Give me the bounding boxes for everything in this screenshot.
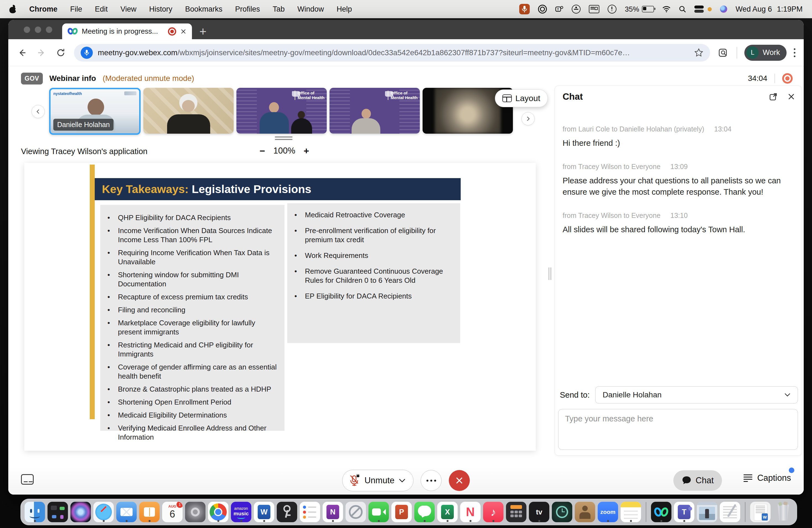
participant-tile[interactable] [143,88,234,134]
leave-meeting-button[interactable] [449,470,470,491]
layout-grid-icon [503,94,512,102]
unmute-options-chevron[interactable] [399,479,405,483]
dock-news-icon[interactable]: N [460,502,481,522]
popout-chat-icon[interactable] [769,92,778,101]
slide-title-prefix: Key Takeaways: [102,183,189,196]
dock-textedit-icon[interactable] [720,502,740,522]
panel-resize-handle[interactable] [549,267,551,280]
control-center-icon[interactable] [694,5,704,13]
dock-zoom-icon[interactable]: zoom [598,502,618,522]
zoom-out-button[interactable]: − [260,146,265,156]
accessibility-icon[interactable] [572,5,581,14]
layout-button[interactable]: Layout [495,89,548,107]
menu-help[interactable]: Help [337,5,352,14]
dock-books-icon[interactable] [139,502,160,522]
dock-minimized-window-icon[interactable] [697,502,717,522]
bullet-item: Marketplace Coverage eligibility for law… [100,318,278,337]
dock-time-machine-icon[interactable] [552,502,572,522]
chat-message-input[interactable] [558,409,798,450]
minimize-window-button[interactable] [35,27,41,33]
dock-calculator-icon[interactable] [506,502,526,522]
dock-reminders-icon[interactable] [300,502,320,522]
zoom-window-button[interactable] [46,27,52,33]
dock-finder-icon[interactable] [25,502,45,522]
dock-excel-icon[interactable]: X [437,502,458,522]
unmute-button[interactable]: Unmute [342,470,414,491]
dock-amazon-music-icon[interactable]: amazon music [231,502,251,522]
dock-mission-control-icon[interactable] [47,502,68,522]
dock-webex-icon[interactable] [651,502,671,522]
captions-button[interactable]: Captions [743,473,791,483]
dock-notes-icon[interactable] [621,502,641,522]
dock-system-settings-icon[interactable] [185,502,205,522]
battery-indicator[interactable]: 35% [625,5,654,14]
dock-chrome-icon[interactable] [208,502,228,522]
teams-status-icon[interactable]: T [555,5,563,13]
new-tab-button[interactable]: + [199,25,207,38]
dock-minimized-document-icon[interactable]: W [750,502,771,522]
zoom-in-button[interactable]: + [304,146,309,156]
filmstrip-resize-handle[interactable] [275,136,292,142]
chat-toggle-button[interactable]: Chat [673,470,722,491]
back-button[interactable] [16,47,28,59]
keyboard-shortcuts-icon[interactable] [589,5,599,13]
url-text[interactable]: meetny-gov.webex.com/wbxmjs/joinservice/… [98,48,689,57]
meeting-info-row: GOV Webinar info (Moderated unmute mode)… [8,72,804,85]
tab-close-icon[interactable] [180,28,186,34]
participant-tile-active[interactable]: nystateofhealth Danielle Holahan [49,88,141,135]
more-options-button[interactable] [421,470,441,491]
menu-chrome[interactable]: Chrome [29,5,57,14]
creative-cloud-icon[interactable] [538,5,547,14]
menu-tab[interactable]: Tab [273,5,285,14]
sync-alert-icon[interactable] [608,5,617,14]
spotlight-search-icon[interactable] [679,5,686,13]
dock-siri-icon[interactable] [70,502,91,522]
dock-facetime-icon[interactable] [368,502,389,522]
battery-icon [642,6,654,12]
dock-keychain-access-icon[interactable] [277,502,297,522]
menu-edit[interactable]: Edit [95,5,108,14]
dock-messages-icon[interactable] [414,502,435,522]
menu-bookmarks[interactable]: Bookmarks [185,5,222,14]
dock-powerpoint-icon[interactable]: P [391,502,412,522]
menu-view[interactable]: View [120,5,136,14]
menu-history[interactable]: History [149,5,172,14]
menu-file[interactable]: File [70,5,82,14]
close-chat-icon[interactable] [787,93,795,101]
forward-button[interactable] [35,47,47,59]
dock-calendar-icon[interactable]: AUG 6 1 [162,502,183,522]
menu-window[interactable]: Window [298,5,324,14]
chrome-menu-icon[interactable] [794,47,796,58]
bookmark-star-icon[interactable] [694,48,704,57]
profile-chip[interactable]: L Work [744,45,787,61]
filmstrip-prev-button[interactable] [31,105,45,118]
siri-icon[interactable] [720,5,727,13]
reload-button[interactable] [55,47,67,59]
dock-mail-icon[interactable] [116,502,137,522]
participant-tile[interactable]: Office ofMental Health [330,88,420,134]
apple-menu-icon[interactable] [10,5,17,13]
dock-trash-icon[interactable] [773,502,794,522]
tab-search-icon[interactable] [717,47,729,59]
close-window-button[interactable] [24,27,30,33]
participant-tile[interactable]: Office ofMental Health [236,88,327,134]
dock-contacts-icon[interactable] [575,502,595,522]
dock-word-icon[interactable]: W [254,502,274,522]
recording-indicator-icon[interactable] [782,73,793,84]
site-mic-permission-icon[interactable] [81,47,93,59]
menu-profiles[interactable]: Profiles [235,5,260,14]
send-to-dropdown[interactable]: Danielle Holahan [595,386,798,404]
address-bar[interactable]: meetny-gov.webex.com/wbxmjs/joinservice/… [74,44,710,62]
wifi-icon[interactable] [662,6,671,12]
dock-blocked-app-icon[interactable] [346,502,366,522]
dock-apple-tv-icon[interactable]: tv [529,502,549,522]
menu-bar-clock[interactable]: Wed Aug 6 1:19PM [736,5,802,14]
dock-teams-icon[interactable]: T [674,502,694,522]
dock-onenote-icon[interactable]: N [323,502,343,522]
filmstrip-next-button[interactable] [521,112,535,126]
browser-tab[interactable]: Meeting is in progress... [62,24,192,39]
dock-safari-icon[interactable] [93,502,114,522]
dock-apple-music-icon[interactable]: ♪ [483,502,504,522]
mic-in-use-icon[interactable] [519,4,530,14]
webinar-info-link[interactable]: Webinar info [49,74,96,83]
